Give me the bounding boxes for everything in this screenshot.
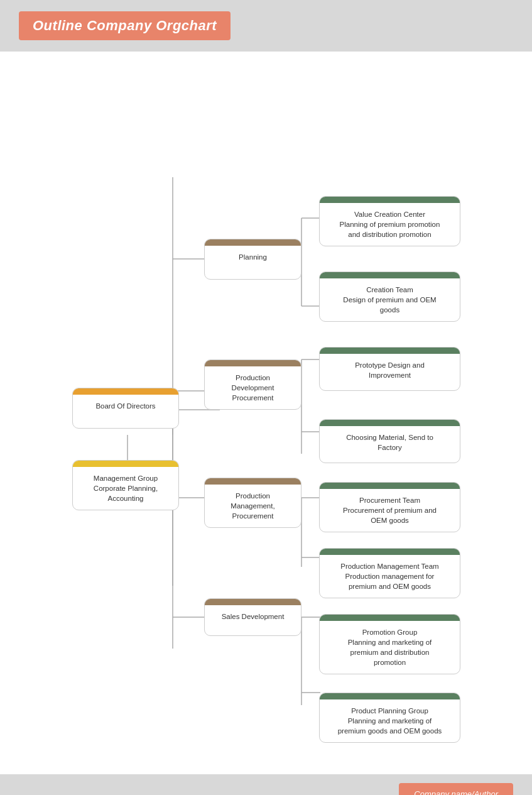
node-text-procurement: Procurement Team Procurement of premium … bbox=[320, 489, 460, 532]
header-title-box: Outline Company Orgchart bbox=[19, 11, 231, 40]
node-bar-value-creation bbox=[320, 197, 460, 203]
node-bar-management bbox=[73, 461, 178, 467]
node-prod-mgmt: Production Management, Procurement bbox=[204, 478, 301, 528]
node-bar-sales-dev bbox=[205, 599, 301, 605]
orgchart: Board Of Directors Management Group Corp… bbox=[13, 70, 519, 749]
node-value-creation: Value Creation Center Planning of premiu… bbox=[319, 196, 460, 246]
node-text-management: Management Group Corporate Planning, Acc… bbox=[73, 467, 178, 510]
node-sales-dev: Sales Development bbox=[204, 598, 301, 636]
node-bar-creation-team bbox=[320, 272, 460, 278]
main-content: Board Of Directors Management Group Corp… bbox=[0, 52, 532, 774]
footer-box: Company name/Author bbox=[399, 783, 513, 795]
node-text-prod-mgmt: Production Management, Procurement bbox=[205, 485, 301, 527]
node-choosing-material: Choosing Material, Send to Factory bbox=[319, 419, 460, 463]
node-bar-prototype bbox=[320, 348, 460, 354]
node-text-creation-team: Creation Team Design of premium and OEM … bbox=[320, 278, 460, 321]
node-management: Management Group Corporate Planning, Acc… bbox=[72, 460, 179, 510]
footer: Company name/Author bbox=[0, 774, 532, 795]
node-bar-planning bbox=[205, 239, 301, 246]
node-product-planning: Product Planning Group Planning and mark… bbox=[319, 693, 460, 743]
node-text-choosing: Choosing Material, Send to Factory bbox=[320, 426, 460, 459]
header-title: Outline Company Orgchart bbox=[33, 18, 217, 33]
node-text-board: Board Of Directors bbox=[73, 395, 178, 417]
node-text-promotion: Promotion Group Planning and marketing o… bbox=[320, 621, 460, 674]
node-text-product-planning: Product Planning Group Planning and mark… bbox=[320, 699, 460, 742]
node-text-prototype: Prototype Design and Improvement bbox=[320, 354, 460, 387]
node-bar-choosing bbox=[320, 420, 460, 426]
node-bar-prod-dev bbox=[205, 360, 301, 366]
node-board: Board Of Directors bbox=[72, 388, 179, 429]
node-planning: Planning bbox=[204, 239, 301, 280]
node-text-prod-dev: Production Development Procurement bbox=[205, 366, 301, 409]
node-text-sales-dev: Sales Development bbox=[205, 605, 301, 628]
node-bar-prod-mgmt-team bbox=[320, 549, 460, 555]
node-text-planning: Planning bbox=[205, 246, 301, 268]
node-production-dev: Production Development Procurement bbox=[204, 359, 301, 410]
page-wrapper: Outline Company Orgchart bbox=[0, 0, 532, 795]
node-prod-mgmt-team: Production Management Team Production ma… bbox=[319, 548, 460, 598]
node-creation-team: Creation Team Design of premium and OEM … bbox=[319, 271, 460, 322]
node-prototype: Prototype Design and Improvement bbox=[319, 347, 460, 391]
node-bar-procurement bbox=[320, 483, 460, 489]
node-bar-product-planning bbox=[320, 693, 460, 699]
footer-text: Company name/Author bbox=[414, 789, 498, 795]
node-bar-prod-mgmt bbox=[205, 478, 301, 485]
node-text-value-creation: Value Creation Center Planning of premiu… bbox=[320, 203, 460, 246]
node-bar-promotion bbox=[320, 615, 460, 621]
header: Outline Company Orgchart bbox=[0, 0, 532, 52]
node-procurement-team: Procurement Team Procurement of premium … bbox=[319, 482, 460, 532]
node-text-prod-mgmt-team: Production Management Team Production ma… bbox=[320, 555, 460, 598]
node-bar-board bbox=[73, 388, 178, 395]
node-promotion-group: Promotion Group Planning and marketing o… bbox=[319, 614, 460, 674]
